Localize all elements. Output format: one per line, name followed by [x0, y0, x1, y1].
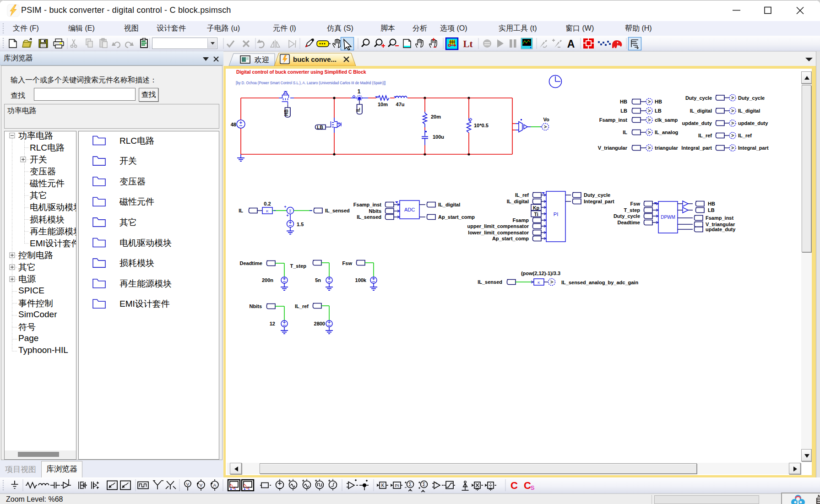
svg-text:Digital control of buck conver: Digital control of buck converter using …	[236, 69, 366, 75]
svg-text:IL_ref: IL_ref	[738, 133, 752, 138]
svg-text:Duty_cycle: Duty_cycle	[614, 213, 640, 219]
svg-text:IL_ref: IL_ref	[295, 303, 309, 309]
svg-text:V_triangular: V_triangular	[598, 145, 628, 151]
svg-text:Deadtime: Deadtime	[617, 220, 640, 225]
svg-text:IL_sensed: IL_sensed	[357, 214, 381, 220]
svg-text:C: C	[510, 480, 518, 491]
svg-text:T_step: T_step	[624, 207, 641, 213]
svg-text:V: V	[200, 482, 203, 488]
svg-text:HB: HB	[655, 99, 662, 104]
svg-text:Fsamp_inst: Fsamp_inst	[353, 202, 381, 207]
svg-text:Vo: Vo	[543, 117, 549, 122]
svg-text:Lt: Lt	[463, 38, 473, 49]
svg-text:47u: 47u	[396, 102, 405, 107]
svg-text:IL_digital: IL_digital	[507, 199, 529, 204]
svg-text:10m: 10m	[378, 102, 388, 107]
svg-text:Σ: Σ	[289, 209, 292, 213]
svg-text:Duty_cycle: Duty_cycle	[738, 95, 765, 101]
svg-text:-: -	[435, 485, 437, 489]
svg-text:IL_sensed: IL_sensed	[478, 279, 502, 285]
svg-text:PI: PI	[395, 483, 399, 488]
svg-text:2800: 2800	[314, 321, 325, 326]
svg-text:12: 12	[270, 321, 275, 326]
svg-text:update_duty: update_duty	[706, 227, 736, 232]
svg-text:Duty_cycle: Duty_cycle	[584, 192, 610, 198]
svg-text:[by D. Ochoa (Power Smart Cont: [by D. Ochoa (Power Smart Control S.L.),…	[236, 80, 386, 85]
svg-text:ADC: ADC	[404, 207, 415, 212]
svg-text:update_duty: update_duty	[682, 120, 712, 126]
svg-text:IL_analog: IL_analog	[655, 130, 678, 135]
svg-text:Ap_start_comp: Ap_start_comp	[492, 236, 529, 241]
svg-text:(pow(2,12)-1)/3.3: (pow(2,12)-1)/3.3	[521, 271, 560, 276]
svg-text:Σ: Σ	[409, 482, 412, 487]
svg-text:Ti: Ti	[534, 211, 538, 217]
svg-text:Fsw: Fsw	[342, 260, 353, 266]
svg-text:IL_ref: IL_ref	[698, 133, 712, 138]
svg-text:IL: IL	[239, 208, 243, 213]
svg-text:S: S	[531, 484, 535, 491]
svg-text:C: C	[524, 480, 531, 491]
svg-text:48: 48	[231, 122, 236, 127]
svg-text:Duty_cycle: Duty_cycle	[685, 95, 712, 101]
svg-text:HB: HB	[708, 201, 715, 206]
svg-text:Nbits: Nbits	[250, 303, 262, 309]
svg-text:LB: LB	[708, 207, 715, 213]
svg-text:Integral_part: Integral_part	[738, 145, 769, 151]
svg-text:update_duty: update_duty	[738, 120, 768, 126]
svg-text:IL_sensed: IL_sensed	[325, 208, 350, 213]
svg-text:100k: 100k	[355, 277, 367, 283]
svg-text:HB: HB	[620, 99, 627, 104]
svg-text:10*0.5: 10*0.5	[474, 123, 489, 128]
svg-text:+: +	[286, 213, 288, 218]
svg-text:20m: 20m	[431, 114, 441, 119]
svg-text:buck conve...: buck conve...	[293, 55, 337, 63]
svg-text:lower_limit_compensator: lower_limit_compensator	[468, 230, 529, 235]
svg-text:Ap_start_comp: Ap_start_comp	[438, 214, 475, 220]
svg-text:HB: HB	[284, 109, 289, 116]
svg-text:1.5: 1.5	[297, 222, 304, 227]
svg-text:LB: LB	[655, 108, 662, 114]
svg-text:Fsamp_inst: Fsamp_inst	[599, 117, 627, 123]
svg-text:K: K	[381, 483, 385, 488]
svg-text:A: A	[567, 38, 575, 50]
svg-text:K: K	[266, 209, 269, 213]
svg-text:K: K	[538, 281, 540, 285]
svg-text:IL_sensed_analog_by_adc_gain: IL_sensed_analog_by_adc_gain	[561, 280, 638, 285]
svg-text:Fsamp_inst: Fsamp_inst	[706, 215, 733, 221]
svg-text:IL: IL	[623, 130, 627, 135]
svg-text:+: +	[284, 205, 286, 209]
svg-text:5n: 5n	[315, 277, 321, 283]
svg-text:triangular: triangular	[655, 145, 678, 151]
svg-text:T_step: T_step	[290, 263, 307, 269]
svg-text:0.2: 0.2	[264, 201, 271, 206]
svg-text:Integral_part: Integral_part	[681, 145, 712, 151]
svg-text:Σ: Σ	[423, 482, 426, 487]
svg-text:DPWM: DPWM	[661, 215, 675, 220]
svg-text:Nbits: Nbits	[369, 208, 382, 214]
svg-text:Kp: Kp	[533, 205, 539, 211]
svg-text:100u: 100u	[433, 134, 444, 140]
svg-text:IL: IL	[356, 108, 361, 112]
svg-text:IL_ref: IL_ref	[515, 192, 529, 198]
svg-text:Deadtime: Deadtime	[239, 260, 262, 266]
svg-text:clk_samp: clk_samp	[655, 117, 678, 123]
svg-text:Fsamp: Fsamp	[513, 217, 529, 223]
svg-text:LB: LB	[620, 108, 627, 114]
svg-text:LB: LB	[317, 125, 323, 130]
svg-text:欢迎: 欢迎	[254, 56, 269, 64]
svg-text:A: A	[213, 482, 217, 488]
svg-text:upper_limit_compensator: upper_limit_compensator	[467, 223, 529, 229]
svg-text:IL_digital: IL_digital	[738, 108, 760, 114]
svg-text:IL_digital: IL_digital	[438, 202, 460, 207]
svg-text:PI: PI	[554, 211, 558, 217]
svg-text:200n: 200n	[262, 277, 273, 283]
svg-text:IL_digital: IL_digital	[690, 108, 712, 114]
svg-text:V: V	[186, 482, 190, 487]
svg-text:Fsw: Fsw	[630, 201, 641, 206]
svg-text:1: 1	[358, 88, 361, 95]
svg-text:Integral_part: Integral_part	[584, 199, 614, 204]
